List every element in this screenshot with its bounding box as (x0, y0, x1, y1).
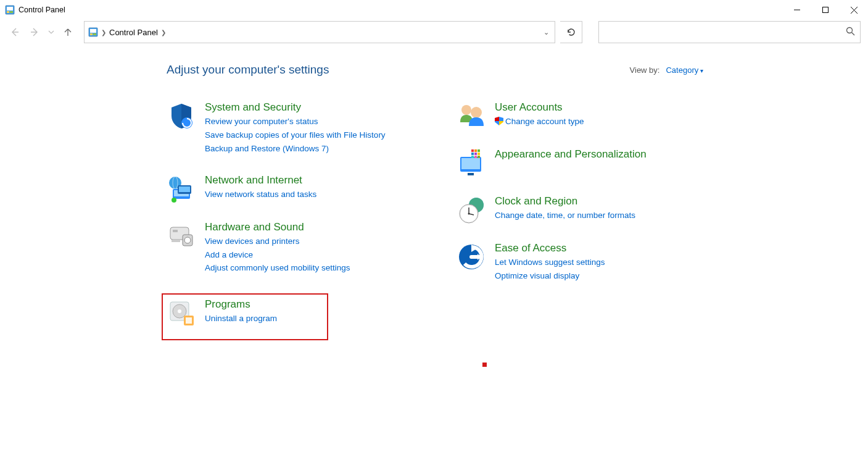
window-controls (783, 0, 868, 20)
close-button[interactable] (840, 0, 868, 20)
svg-rect-37 (461, 158, 480, 169)
svg-rect-2 (7, 11, 9, 13)
minimize-button[interactable] (783, 0, 811, 20)
task-change-account-type[interactable]: Change account type (495, 116, 584, 128)
svg-point-31 (178, 309, 181, 313)
svg-rect-22 (179, 187, 190, 192)
category-title-programs[interactable]: Programs (205, 298, 277, 311)
svg-rect-38 (468, 173, 474, 175)
category-title-clock-region[interactable]: Clock and Region (495, 195, 635, 208)
view-by-dropdown[interactable]: Category (666, 65, 703, 75)
category-title-hardware[interactable]: Hardware and Sound (205, 221, 350, 233)
category-programs: Programs Uninstall a program (167, 298, 323, 328)
svg-rect-33 (186, 317, 192, 324)
up-button[interactable] (60, 25, 75, 40)
breadcrumb-separator[interactable]: ❯ (158, 29, 169, 36)
category-user-accounts: User Accounts Change account type (457, 101, 697, 131)
task-date-time-formats[interactable]: Change date, time, or number formats (495, 210, 635, 222)
user-accounts-icon[interactable] (457, 101, 486, 131)
svg-point-34 (461, 105, 471, 115)
svg-line-15 (852, 33, 855, 36)
network-icon[interactable] (167, 174, 196, 204)
control-panel-crumb-icon (88, 27, 98, 37)
svg-point-53 (468, 213, 470, 215)
category-hardware: Hardware and Sound View devices and prin… (167, 221, 432, 277)
window-title: Control Panel (19, 6, 65, 14)
category-clock-region: Clock and Region Change date, time, or n… (457, 195, 697, 225)
address-bar[interactable]: ❯ Control Panel ❯ ⌄ (84, 21, 555, 43)
svg-rect-46 (474, 156, 477, 158)
search-box[interactable] (598, 21, 861, 43)
red-marker (482, 363, 487, 367)
title-bar: Control Panel (0, 0, 868, 20)
task-network-status[interactable]: View network status and tasks (205, 189, 316, 201)
svg-rect-39 (471, 149, 474, 152)
category-title-appearance[interactable]: Appearance and Personalization (495, 148, 647, 161)
svg-rect-45 (471, 156, 474, 158)
navigation-bar: ❯ Control Panel ❯ ⌄ (0, 20, 868, 44)
svg-rect-1 (7, 7, 13, 10)
task-optimize-visual[interactable]: Optimize visual display (495, 270, 605, 282)
address-dropdown-icon[interactable]: ⌄ (539, 28, 553, 36)
back-button[interactable] (7, 25, 22, 40)
svg-point-14 (847, 28, 853, 33)
programs-highlight-box: Programs Uninstall a program (162, 293, 328, 340)
search-input[interactable] (604, 22, 846, 43)
ease-of-access-icon[interactable] (457, 242, 486, 272)
task-mobility[interactable]: Adjust commonly used mobility settings (205, 262, 350, 274)
appearance-icon[interactable] (457, 148, 486, 178)
svg-rect-43 (474, 153, 477, 155)
view-by-selector: View by: Category (630, 65, 703, 75)
maximize-button[interactable] (811, 0, 840, 20)
task-backup-restore[interactable]: Backup and Restore (Windows 7) (205, 143, 386, 155)
recent-locations-button[interactable] (47, 25, 56, 40)
hardware-icon[interactable] (167, 221, 196, 251)
category-system-security: System and Security Review your computer… (167, 101, 432, 157)
svg-rect-12 (90, 33, 93, 35)
svg-rect-11 (90, 29, 96, 33)
svg-rect-41 (477, 149, 480, 152)
system-security-icon[interactable] (167, 101, 196, 131)
page-heading: Adjust your computer's settings (167, 63, 329, 77)
svg-point-35 (471, 107, 482, 118)
task-file-history[interactable]: Save backup copies of your files with Fi… (205, 130, 386, 141)
svg-rect-40 (474, 149, 477, 152)
refresh-button[interactable] (560, 21, 582, 43)
clock-icon[interactable] (457, 195, 486, 225)
svg-rect-13 (93, 33, 96, 35)
category-title-user-accounts[interactable]: User Accounts (495, 101, 584, 114)
breadcrumb-separator[interactable]: ❯ (98, 29, 109, 36)
category-title-ease-of-access[interactable]: Ease of Access (495, 242, 605, 254)
svg-point-23 (172, 198, 176, 203)
svg-rect-25 (173, 230, 178, 232)
svg-point-27 (184, 237, 191, 243)
task-devices-printers[interactable]: View devices and printers (205, 236, 350, 248)
svg-rect-44 (477, 153, 480, 155)
breadcrumb-control-panel[interactable]: Control Panel (109, 28, 158, 37)
svg-rect-42 (471, 153, 474, 155)
category-appearance: Appearance and Personalization (457, 148, 697, 178)
task-review-status[interactable]: Review your computer's status (205, 116, 386, 128)
svg-rect-28 (172, 240, 180, 242)
task-uninstall-program[interactable]: Uninstall a program (205, 313, 277, 325)
category-ease-of-access: Ease of Access Let Windows suggest setti… (457, 242, 697, 284)
task-let-windows-suggest[interactable]: Let Windows suggest settings (495, 257, 605, 269)
forward-button[interactable] (27, 25, 42, 40)
task-add-device[interactable]: Add a device (205, 249, 350, 261)
svg-rect-47 (477, 156, 480, 158)
svg-rect-3 (10, 11, 13, 13)
category-title-system-security[interactable]: System and Security (205, 101, 386, 114)
category-title-network[interactable]: Network and Internet (205, 174, 316, 187)
category-network: Network and Internet View network status… (167, 174, 432, 204)
content-area: Adjust your computer's settings View by:… (0, 44, 868, 340)
svg-rect-5 (823, 7, 829, 13)
control-panel-icon (5, 5, 15, 15)
search-icon[interactable] (846, 27, 855, 38)
view-by-label: View by: (630, 65, 660, 75)
programs-icon[interactable] (167, 298, 196, 328)
